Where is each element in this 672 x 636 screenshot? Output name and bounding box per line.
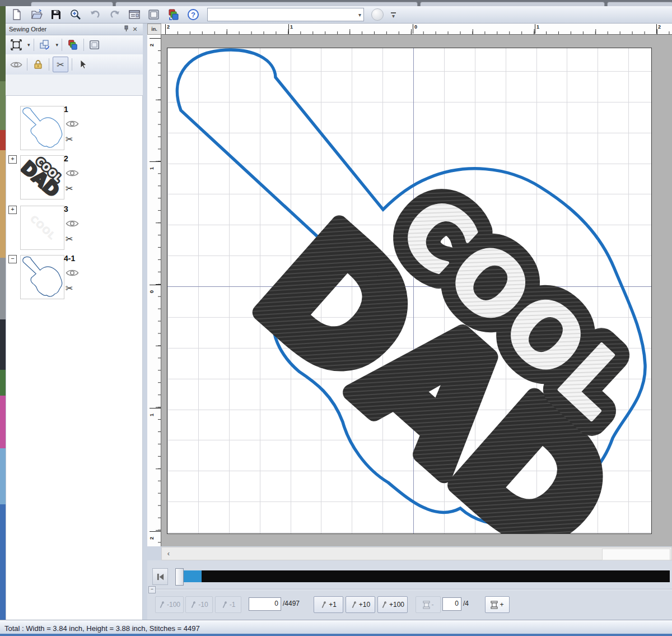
hoop-view-button[interactable] [87, 38, 102, 52]
eye-icon [66, 169, 79, 178]
open-design-button[interactable] [29, 7, 44, 22]
help-button[interactable]: ? [185, 7, 201, 22]
stitch-forward-100-button[interactable]: +100 [377, 596, 408, 613]
stitch-back-100-button[interactable]: -100 [155, 596, 184, 613]
current-stitch-field[interactable]: 0 [249, 597, 281, 611]
expand-toggle[interactable]: + [8, 155, 17, 164]
undo-arrow-icon [89, 8, 101, 21]
canvas-horizontal-scrollbar[interactable]: ‹ [161, 547, 672, 560]
desktop-strip-segment [0, 150, 6, 258]
desktop-strip-segment [0, 130, 6, 150]
separator [27, 58, 27, 71]
h-ruler-label: 1 [535, 24, 539, 34]
grid-axis-horizontal [167, 286, 651, 287]
color-forward-button[interactable]: + [485, 596, 510, 613]
splitter-collapse-button[interactable]: − [148, 586, 156, 593]
pin-icon[interactable] [122, 25, 130, 33]
sewing-item-4-1[interactable]: − 4-1 ✂ [6, 255, 143, 301]
splitter-line[interactable] [155, 589, 672, 589]
close-icon[interactable]: ✕ [130, 26, 139, 33]
sewing-item-3[interactable]: + 3 ✂ [6, 206, 143, 252]
trim-toggle-scissors-icon[interactable]: ✂ [66, 134, 73, 145]
sphere-button[interactable] [371, 8, 384, 21]
v-ruler-label: 1 [149, 410, 155, 416]
sewing-item-1[interactable]: 1 ✂ [6, 106, 143, 152]
visibility-toggle[interactable] [66, 169, 79, 178]
trim-toggle-scissors-icon[interactable]: ✂ [66, 283, 73, 294]
h-ruler-label: 1 [288, 24, 293, 34]
sewing-order-header: Sewing Order ✕ [6, 24, 143, 35]
visibility-toggle[interactable] [66, 219, 79, 228]
design-canvas[interactable] [161, 35, 672, 546]
eye-icon [10, 61, 22, 69]
undo-button[interactable] [87, 7, 103, 22]
open-folder-icon [30, 8, 43, 21]
stitch-back-10-button[interactable]: -10 [185, 596, 213, 613]
trim-button[interactable]: ✂ [53, 57, 68, 72]
visibility-toggle[interactable] [66, 268, 79, 277]
color-sort-button[interactable] [166, 7, 181, 22]
sewing-item-number: 4-1 [64, 254, 75, 263]
zoom-button[interactable] [68, 7, 83, 22]
sewing-item-thumbnail[interactable] [20, 255, 64, 299]
save-button[interactable] [48, 7, 64, 22]
stitch-progress-track[interactable] [182, 570, 670, 582]
keyfob-lettering [225, 178, 650, 533]
redo-button[interactable] [107, 7, 123, 22]
new-document-icon [11, 8, 23, 21]
save-floppy-icon [50, 8, 62, 21]
fit-to-window-button[interactable] [9, 38, 24, 52]
hoop-icon [148, 8, 160, 21]
chevron-down-icon: ▾ [392, 13, 395, 19]
needle-icon [351, 600, 357, 610]
stitch-progress-fill [182, 570, 202, 582]
keyfob-design [167, 48, 651, 533]
stitch-progress-handle[interactable] [175, 568, 184, 586]
collapse-toggle[interactable]: − [8, 255, 17, 263]
current-color-field[interactable]: 0 [442, 597, 461, 611]
lock-button[interactable] [31, 57, 45, 72]
v-ruler-tick [150, 38, 161, 39]
hoop-select-button[interactable] [146, 7, 162, 22]
stitch-forward-1-button[interactable]: +1 [314, 596, 343, 613]
chevron-down-icon[interactable]: ▾ [27, 42, 30, 48]
stitch-back-1-button[interactable]: -1 [215, 596, 241, 613]
v-ruler-tick [150, 285, 161, 285]
v-ruler-tick [150, 408, 161, 408]
sewing-item-thumbnail[interactable] [20, 206, 64, 250]
trim-toggle-scissors-icon[interactable]: ✂ [66, 183, 73, 194]
new-document-button[interactable] [9, 7, 25, 22]
sewing-item-2[interactable]: + 2 ✂ [6, 155, 143, 201]
transform-copies-button[interactable] [38, 38, 52, 52]
scroll-left-arrow[interactable]: ‹ [162, 547, 175, 560]
design-name-combobox[interactable]: ▾ [207, 8, 364, 21]
visibility-button[interactable] [9, 57, 24, 72]
desktop-strip-segment [0, 258, 6, 319]
eye-icon [66, 268, 79, 277]
chevron-down-icon[interactable]: ▾ [56, 42, 59, 48]
color-layers-button[interactable] [66, 38, 80, 52]
vertical-ruler: 2 1 0 1 2 [147, 35, 161, 546]
color-back-button[interactable]: - [416, 596, 441, 613]
playback-area: − -100 -10 -1 0 /4497 +1 +10 +100 [147, 560, 672, 620]
sewing-item-thumbnail[interactable] [20, 106, 64, 150]
design-properties-button[interactable] [127, 7, 142, 22]
scissors-icon: ✂ [57, 59, 64, 70]
select-tool-button[interactable] [76, 57, 90, 72]
separator [72, 58, 72, 71]
sewing-item-thumbnail[interactable] [20, 155, 64, 199]
stitch-forward-10-button[interactable]: +10 [346, 596, 375, 613]
scrollbar-thumb[interactable] [602, 549, 670, 560]
skip-to-start-icon [156, 573, 165, 581]
toolbar-dock-strip [0, 0, 672, 6]
toolbar-overflow-button[interactable]: ▾ [391, 12, 396, 17]
needle-icon [381, 600, 388, 610]
stitch-area[interactable] [167, 48, 652, 534]
color-total-label: /4 [463, 600, 469, 607]
expand-toggle[interactable]: + [8, 206, 17, 214]
trim-toggle-scissors-icon[interactable]: ✂ [66, 234, 73, 244]
needle-icon [190, 600, 197, 610]
visibility-toggle[interactable] [66, 119, 79, 128]
go-to-start-button[interactable] [152, 568, 168, 585]
stitch-total-label: /4497 [283, 600, 300, 607]
